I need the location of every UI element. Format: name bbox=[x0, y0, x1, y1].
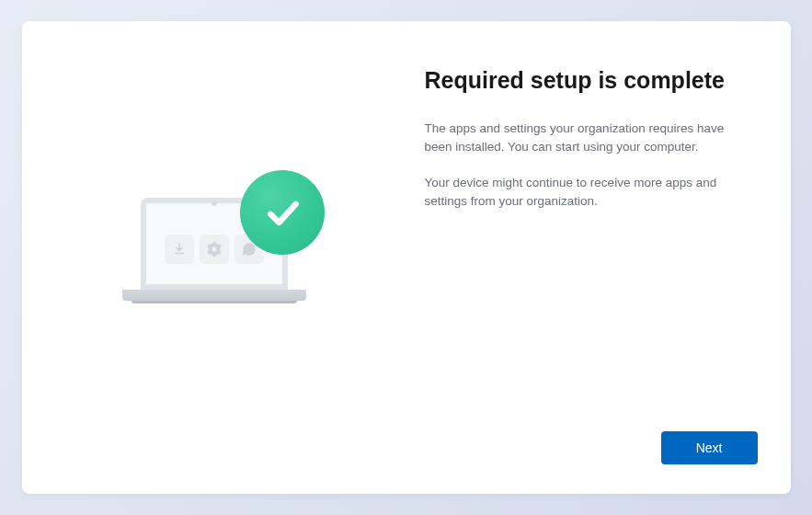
laptop-base bbox=[122, 290, 306, 301]
description-secondary: Your device might continue to receive mo… bbox=[425, 174, 754, 212]
next-button[interactable]: Next bbox=[661, 431, 758, 464]
illustration-panel bbox=[22, 21, 406, 494]
gear-icon bbox=[200, 235, 229, 264]
download-icon bbox=[165, 235, 194, 264]
success-checkmark-icon bbox=[240, 170, 325, 255]
description-primary: The apps and settings your organization … bbox=[425, 120, 754, 157]
content-panel: Required setup is complete The apps and … bbox=[406, 21, 791, 494]
laptop-camera-dot bbox=[212, 200, 217, 206]
page-title: Required setup is complete bbox=[425, 67, 754, 94]
setup-complete-card: Required setup is complete The apps and … bbox=[22, 21, 791, 494]
laptop-illustration bbox=[122, 198, 306, 345]
